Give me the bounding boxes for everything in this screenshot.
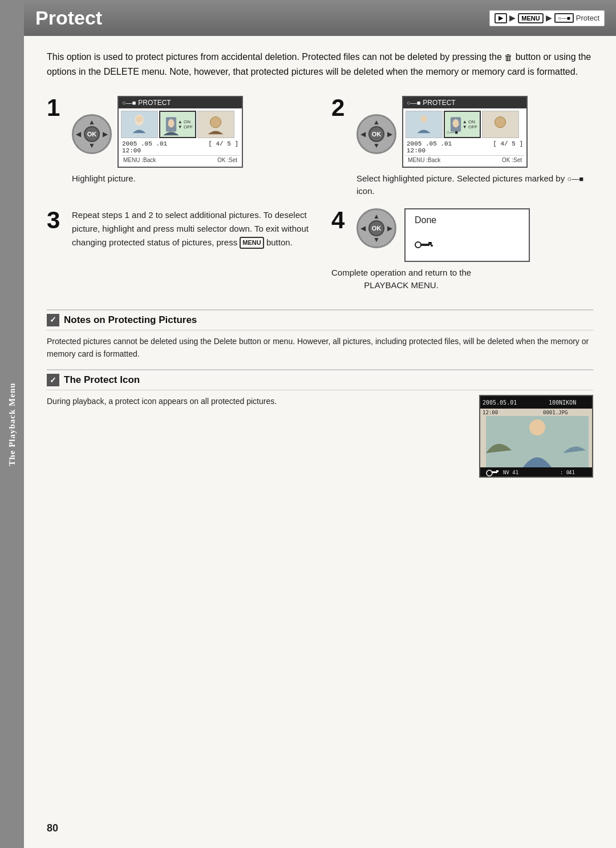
nav-protect-text: Protect — [576, 14, 599, 22]
protect-thumbnail: 2005.05.01 100NIKON 12:00 0001.JPG — [479, 395, 593, 478]
dpad-right-2: ▶ — [387, 130, 392, 139]
svg-text:: 0: : 0 — [560, 470, 569, 475]
notes-section-1: ✓ Notes on Protecting Pictures Protected… — [47, 309, 593, 370]
protect-icon-large — [415, 239, 520, 254]
svg-point-26 — [529, 419, 545, 435]
page-header: Protect ▶ ▶ MENU ▶ ○—■ Protect — [24, 0, 616, 36]
svg-text:100NIKON: 100NIKON — [549, 399, 576, 406]
step-4-number: 4 — [331, 208, 348, 232]
svg-text:41: 41 — [569, 470, 575, 475]
step-2-back: MENU :Back — [408, 157, 440, 163]
notes-body-1: Protected pictures cannot be deleted usi… — [47, 330, 593, 370]
page-content: This option is used to protect pictures … — [24, 36, 616, 489]
dpad-up-4: ▲ — [373, 212, 380, 221]
dpad-up-1: ▲ — [88, 118, 95, 127]
notes-title-1: Notes on Protecting Pictures — [64, 314, 197, 326]
step-4-caption: Complete operation and return to the PLA… — [331, 266, 471, 292]
step-1-set: OK :Set — [217, 157, 237, 163]
step-1-content: ▲ ▼ ◀ ▶ OK ○—■ PROTECT — [72, 96, 309, 184]
thumb-1-2: ▲ ON ▼ OFF — [159, 111, 196, 138]
dpad-4: ▲ ▼ ◀ ▶ OK — [356, 208, 396, 248]
svg-rect-18 — [431, 245, 433, 247]
svg-point-2 — [136, 116, 143, 123]
thumb-1-1 — [121, 111, 158, 138]
nav-protect-icon: ○—■ — [554, 13, 574, 23]
step-1: 1 ▲ ▼ ◀ ▶ OK — [47, 96, 309, 196]
dpad-down-2: ▼ — [373, 142, 380, 150]
dpad-right-4: ▶ — [387, 224, 392, 232]
step-1-dpad-screen: ▲ ▼ ◀ ▶ OK ○—■ PROTECT — [72, 96, 309, 172]
svg-point-9 — [420, 116, 427, 123]
step-2-dpad-screen: ▲ ▼ ◀ ▶ OK ○—■ PROTECT — [356, 96, 593, 172]
sidebar-label: The Playback Menu — [7, 382, 17, 466]
step-1-time: 12:00 — [122, 147, 141, 154]
notes-title-2: The Protect Icon — [64, 374, 140, 386]
step-3: 3 Repeat steps 1 and 2 to select additio… — [47, 208, 309, 292]
svg-rect-17 — [428, 242, 432, 245]
svg-point-12 — [453, 119, 459, 128]
notes-section-2: ✓ The Protect Icon During playback, a pr… — [47, 369, 593, 478]
breadcrumb-nav: ▶ ▶ MENU ▶ ○—■ Protect — [489, 10, 605, 26]
step-2-number: 2 — [331, 96, 348, 120]
step-3-number: 3 — [47, 208, 64, 232]
thumb-2-1 — [406, 111, 443, 138]
step-3-text: Repeat steps 1 and 2 to select additiona… — [72, 208, 309, 249]
step-2-content: ▲ ▼ ◀ ▶ OK ○—■ PROTECT — [356, 96, 593, 196]
svg-rect-30 — [496, 470, 499, 472]
check-icon-2: ✓ — [47, 374, 59, 386]
dpad-left-1: ◀ — [76, 130, 81, 139]
thumb-2-3 — [482, 111, 519, 138]
step-1-number: 1 — [47, 96, 64, 120]
sidebar: The Playback Menu — [0, 0, 24, 848]
steps-grid-bottom: 3 Repeat steps 1 and 2 to select additio… — [47, 208, 593, 292]
svg-point-14 — [495, 117, 505, 128]
thumb-1-3 — [197, 111, 234, 138]
step-1-date: 2005 .05 .01 — [122, 140, 167, 147]
dpad-ok-1: OK — [84, 126, 100, 142]
done-label: Done — [415, 215, 520, 225]
dpad-ok-2: OK — [368, 126, 384, 142]
step-1-screen-title: PROTECT — [138, 99, 171, 107]
step-1-back: MENU :Back — [123, 157, 156, 163]
dpad-right-1: ▶ — [103, 130, 108, 139]
svg-text:NV 41: NV 41 — [503, 470, 518, 475]
step-2-screen: ○—■ PROTECT — [402, 96, 528, 168]
nav-arrow-2: ▶ — [546, 13, 552, 23]
dpad-left-2: ◀ — [360, 130, 366, 139]
nav-arrow-1: ▶ — [509, 13, 516, 23]
page-title: Protect — [35, 7, 102, 29]
thumb-2-2: ○—■ ▲ ON ▼ OFF — [444, 111, 481, 138]
step-2: 2 ▲ ▼ ◀ ▶ OK — [331, 96, 593, 196]
svg-point-15 — [415, 242, 421, 248]
intro-paragraph: This option is used to protect pictures … — [47, 50, 593, 79]
play-icon: ▶ — [495, 13, 507, 23]
step-2-frame: [ 4/ 5 ] — [493, 140, 523, 147]
svg-text:12:00: 12:00 — [483, 410, 498, 415]
step-2-screen-title: PROTECT — [423, 99, 455, 107]
main-content: Protect ▶ ▶ MENU ▶ ○—■ Protect This opti… — [24, 0, 616, 848]
svg-point-5 — [168, 119, 175, 128]
dpad-1: ▲ ▼ ◀ ▶ OK — [72, 114, 112, 154]
steps-grid-top: 1 ▲ ▼ ◀ ▶ OK — [47, 96, 593, 196]
dpad-down-1: ▼ — [88, 142, 95, 150]
svg-rect-16 — [420, 244, 429, 246]
svg-point-7 — [210, 117, 221, 128]
step-4: 4 ▲ ▼ ◀ ▶ OK — [331, 208, 593, 292]
done-screen: Done — [404, 208, 530, 262]
dpad-left-4: ◀ — [360, 224, 366, 232]
dpad-ok-4: OK — [368, 220, 384, 236]
step-1-caption: Highlight picture. — [72, 172, 309, 184]
dpad-up-2: ▲ — [373, 118, 380, 127]
svg-text:2005.05.01: 2005.05.01 — [483, 399, 517, 406]
step-2-set: OK :Set — [502, 157, 522, 163]
check-icon-1: ✓ — [47, 314, 59, 326]
step-1-frame: [ 4/ 5 ] — [208, 140, 238, 147]
svg-rect-8 — [406, 111, 441, 138]
dpad-down-4: ▼ — [373, 236, 380, 244]
dpad-2: ▲ ▼ ◀ ▶ OK — [356, 114, 396, 154]
menu-icon: MENU — [518, 13, 543, 23]
step-2-date: 2005 .05 .01 — [407, 140, 452, 147]
step-1-screen: ○—■ PROTECT — [117, 96, 243, 168]
svg-text:0001.JPG: 0001.JPG — [543, 410, 568, 415]
page-number: 80 — [47, 822, 58, 834]
